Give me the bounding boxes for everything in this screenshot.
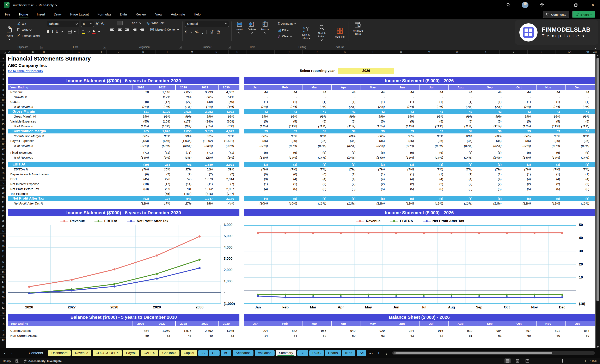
grid-cell[interactable]: (6) [419, 150, 449, 155]
annual-chart[interactable]: Income Statement ($'000) - 5 years to De… [8, 209, 239, 311]
grid-cell[interactable]: (1) [390, 99, 419, 104]
next-sheet-button[interactable]: › [9, 351, 14, 355]
grid-cell[interactable]: (1) [507, 99, 536, 104]
grid-cell[interactable]: (3) [390, 162, 419, 167]
grid-cell[interactable]: 17% [154, 201, 176, 206]
column-header[interactable]: A [6, 50, 12, 54]
grid-cell[interactable]: Mar [302, 321, 332, 326]
grid-cell[interactable]: 43 [419, 109, 449, 114]
zoom-slider[interactable] [542, 361, 581, 361]
grid-cell[interactable]: (7%) [478, 167, 507, 172]
grid-cell[interactable]: 194 [154, 196, 176, 201]
grid-cell[interactable]: (14%) [133, 155, 154, 160]
grid-cell[interactable]: (2%) [536, 104, 565, 109]
grid-cell[interactable]: Net Profit Before Tax [8, 186, 133, 191]
grid-cell[interactable]: 884 [133, 328, 154, 333]
grid-cell[interactable]: (11%) [302, 124, 332, 129]
align-top-button[interactable] [110, 21, 115, 25]
grid-cell[interactable]: (2%) [302, 104, 332, 109]
grow-font-button[interactable]: A^ [95, 21, 99, 26]
row-header[interactable]: 14 [0, 117, 6, 122]
horizontal-scrollbar[interactable] [392, 351, 595, 355]
grid-cell[interactable]: Dec [566, 85, 595, 90]
row-header[interactable]: 31 [0, 200, 6, 205]
column-header[interactable]: M [180, 50, 204, 54]
row-header[interactable]: 32 [0, 205, 6, 210]
grid-cell[interactable]: (5) [419, 186, 449, 191]
grid-cell[interactable]: Net Profit After Tax [8, 196, 133, 201]
select-all-corner[interactable] [0, 50, 6, 54]
grid-cell[interactable]: (6) [332, 150, 361, 155]
grid-cell[interactable]: 39 [361, 129, 390, 134]
grid-cell[interactable]: (240) [197, 119, 218, 124]
column-header[interactable]: G [73, 50, 85, 54]
grid-cell[interactable]: 99% [244, 114, 273, 119]
grid-cell[interactable]: Apr [332, 321, 361, 326]
grid-cell[interactable]: (6) [302, 150, 332, 155]
grid-cell[interactable]: 63 [390, 333, 419, 338]
grid-cell[interactable]: (1) [565, 99, 595, 104]
grid-cell[interactable]: 44 [361, 90, 390, 95]
grid-cell[interactable]: (7%) [332, 167, 361, 172]
grid-cell[interactable]: Year Ending [8, 85, 133, 90]
grid-cell[interactable]: 1,146 [154, 90, 176, 95]
grid-cell[interactable] [133, 95, 154, 100]
row-header[interactable]: 38 [0, 234, 6, 239]
grid-cell[interactable]: Year Ending [8, 321, 133, 326]
grid-cell[interactable]: 99% [507, 114, 536, 119]
font-color-chevron-icon[interactable] [98, 30, 100, 32]
grid-cell[interactable]: (11%) [449, 124, 478, 129]
menu-tab-page-layout[interactable]: Page Layout [70, 11, 89, 18]
column-header[interactable]: Y [499, 50, 528, 54]
grid-cell[interactable]: (3) [273, 162, 302, 167]
grid-cell[interactable]: (5) [419, 119, 449, 124]
row-header[interactable]: 27 [0, 181, 6, 185]
grid-cell[interactable]: (1) [302, 99, 332, 104]
balance-sheet-monthly-table[interactable]: Balance Sheet ($'000) - 2026 JanFebMarAp… [244, 314, 595, 338]
grid-cell[interactable]: (33%) [218, 143, 239, 148]
grid-cell[interactable]: Depreciation & Amortization [8, 172, 133, 177]
grid-cell[interactable]: 51% [218, 95, 239, 100]
grid-cell[interactable]: 88% [419, 133, 449, 138]
grid-cell[interactable]: Jun [390, 85, 420, 90]
title-chevron-icon[interactable] [56, 4, 57, 6]
font-dialog-launcher[interactable]: ↘ [103, 46, 106, 49]
zoom-in-button[interactable]: + [584, 359, 587, 363]
grid-cell[interactable]: (5) [361, 119, 390, 124]
grid-cell[interactable]: 43 [565, 109, 595, 114]
grid-cell[interactable]: 44 [449, 90, 478, 95]
grid-cell[interactable]: (4) [244, 186, 273, 191]
grid-cell[interactable]: (5) [390, 119, 419, 124]
bold-button[interactable]: B [47, 29, 49, 34]
grid-cell[interactable]: (5) [302, 196, 332, 201]
grid-cell[interactable]: 39 [419, 129, 449, 134]
grid-cell[interactable]: (10%) [154, 124, 176, 129]
grid-cell[interactable]: 44 [244, 90, 273, 95]
grid-cell[interactable]: (7) [218, 182, 239, 187]
grid-cell[interactable]: (5) [390, 186, 419, 191]
grid-cell[interactable]: (2) [361, 182, 390, 187]
grid-cell[interactable]: 93% [218, 133, 239, 138]
grid-cell[interactable]: Nov [536, 85, 566, 90]
grid-cell[interactable]: (1) [507, 172, 536, 177]
grid-cell[interactable]: (82%) [478, 143, 507, 148]
grid-cell[interactable]: (71) [154, 150, 176, 155]
grid-cell[interactable]: COGS [8, 99, 133, 104]
row-header[interactable]: 33 [0, 210, 6, 213]
grid-cell[interactable]: (4) [565, 177, 595, 182]
sheet-tab-contents[interactable]: Contents [28, 350, 44, 356]
column-header[interactable]: E [49, 50, 62, 54]
grid-cell[interactable]: 1,575 [176, 328, 197, 333]
grid-cell[interactable]: (433) [133, 138, 154, 143]
grid-cell[interactable]: (5) [507, 186, 536, 191]
grid-cell[interactable]: 39 [390, 129, 419, 134]
grid-cell[interactable]: 88% [244, 133, 273, 138]
grid-cell[interactable]: (7%) [536, 167, 565, 172]
grid-cell[interactable]: (36) [302, 138, 332, 143]
grid-cell[interactable]: (6%) [218, 124, 239, 129]
grid-cell[interactable]: 4,623 [218, 129, 239, 134]
grid-cell[interactable]: (1) [390, 172, 419, 177]
underline-chevron-icon[interactable] [61, 30, 63, 32]
menu-tab-file[interactable]: File [5, 11, 11, 18]
column-header[interactable]: O [229, 50, 246, 54]
